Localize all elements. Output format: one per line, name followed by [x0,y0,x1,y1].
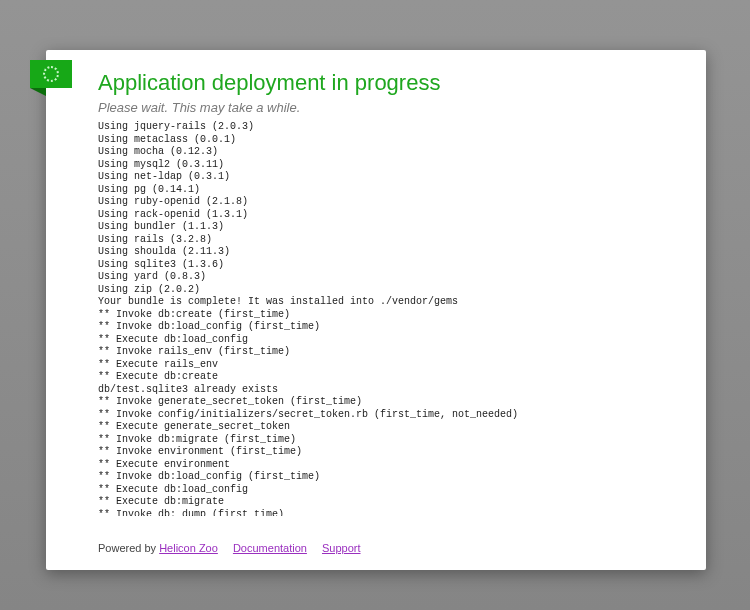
deployment-panel: Application deployment in progress Pleas… [46,50,706,570]
helicon-zoo-link[interactable]: Helicon Zoo [159,542,218,554]
brand-ribbon [30,60,72,88]
footer: Powered by Helicon Zoo Documentation Sup… [98,530,676,554]
spinner-icon [43,66,59,82]
page-subtitle: Please wait. This may take a while. [98,100,676,115]
footer-prefix: Powered by [98,542,156,554]
documentation-link[interactable]: Documentation [233,542,307,554]
support-link[interactable]: Support [322,542,361,554]
deploy-log: Using jquery-rails (2.0.3) Using metacla… [98,121,670,516]
log-scroll-area[interactable]: Using jquery-rails (2.0.3) Using metacla… [98,121,676,516]
page-title: Application deployment in progress [98,70,676,96]
